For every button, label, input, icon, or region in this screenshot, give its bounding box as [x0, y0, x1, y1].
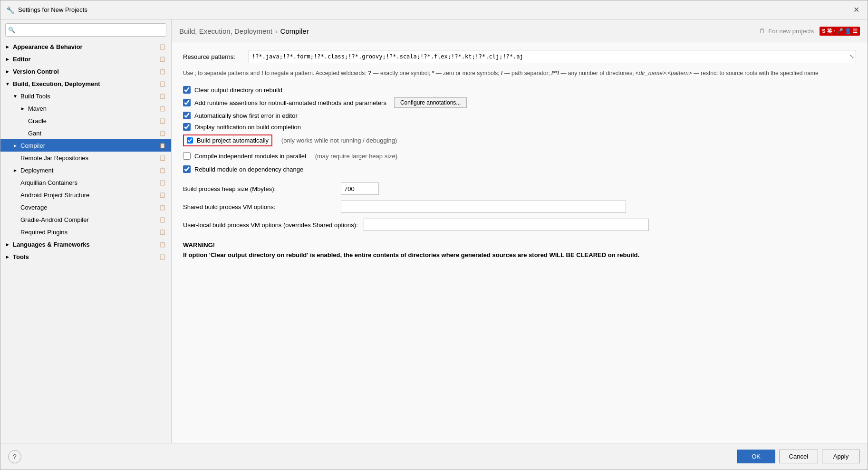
sidebar-item-compiler[interactable]: ► Compiler 📋 [0, 139, 171, 152]
sidebar: 🔍 ► Appearance & Behavior 📋 ► Editor 📋 ►… [0, 19, 172, 443]
checkbox-label-display-notification[interactable]: Display notification on build completion [194, 124, 301, 131]
checkbox-add-runtime[interactable] [183, 99, 191, 106]
copy-icon: 📋 [159, 179, 166, 186]
sidebar-item-build-exec-deploy[interactable]: ▼ Build, Execution, Deployment 📋 [0, 77, 171, 90]
checkbox-row-compile-parallel: Compile independent modules in parallel [183, 150, 306, 162]
hint-text: Use ; to separate patterns and ! to nega… [183, 69, 856, 77]
checkbox-row-clear-output: Clear output directory on rebuild [183, 84, 856, 96]
breadcrumb: Build, Execution, Deployment › Compiler [179, 27, 309, 35]
for-new-projects-label: For new projects [768, 28, 814, 35]
checkbox-label-clear-output[interactable]: Clear output directory on rebuild [194, 86, 282, 94]
copy-icon: 📋 [159, 166, 166, 174]
warning-title: WARNING! [183, 241, 856, 249]
checkbox-display-notification[interactable] [183, 123, 191, 131]
shared-vm-label: Shared build process VM options: [183, 203, 335, 211]
sidebar-item-gradle-android[interactable]: Gradle-Android Compiler 📋 [0, 213, 171, 226]
breadcrumb-parent: Build, Execution, Deployment [179, 27, 272, 35]
heap-size-input[interactable] [341, 182, 379, 195]
checkbox-auto-show-error[interactable] [183, 112, 191, 119]
sidebar-item-label: Maven [28, 105, 159, 112]
sidebar-item-label: Remote Jar Repositories [20, 154, 159, 162]
app-icon: 🔧 [6, 6, 14, 14]
copy-icon: 📋 [159, 117, 166, 125]
build-auto-note: (only works while not running / debuggin… [276, 137, 397, 144]
doc-icon: 🗒 [759, 28, 765, 35]
heap-size-label: Build process heap size (Mbytes): [183, 185, 335, 192]
checkbox-label-compile-parallel[interactable]: Compile independent modules in parallel [194, 153, 306, 160]
sidebar-item-deployment[interactable]: ► Deployment 📋 [0, 164, 171, 176]
sidebar-item-gradle[interactable]: Gradle 📋 [0, 115, 171, 127]
cancel-button[interactable]: Cancel [779, 450, 818, 463]
sidebar-item-coverage[interactable]: Coverage 📋 [0, 201, 171, 213]
breadcrumb-current: Compiler [280, 27, 309, 35]
sidebar-item-tools[interactable]: ► Tools 📋 [0, 250, 171, 263]
checkbox-clear-output[interactable] [183, 86, 191, 94]
help-button[interactable]: ? [8, 450, 21, 463]
apply-button[interactable]: Apply [822, 450, 860, 463]
copy-icon: 📋 [159, 154, 166, 162]
sidebar-item-editor[interactable]: ► Editor 📋 [0, 53, 171, 65]
copy-icon: 📋 [159, 80, 166, 87]
content-area: Build, Execution, Deployment › Compiler … [172, 19, 868, 443]
sidebar-item-label: Languages & Frameworks [13, 241, 159, 248]
sidebar-item-gant[interactable]: Gant 📋 [0, 127, 171, 139]
sidebar-item-android-project[interactable]: Android Project Structure 📋 [0, 189, 171, 201]
title-bar: 🔧 Settings for New Projects ✕ [0, 0, 868, 19]
sidebar-item-label: Version Control [13, 68, 159, 75]
sidebar-item-languages[interactable]: ► Languages & Frameworks 📋 [0, 238, 171, 250]
arrow-icon: ► [5, 44, 13, 49]
shared-vm-input[interactable] [341, 201, 626, 213]
header-right: 🗒 For new projects S 英 · 🎤 👤 ☰ [759, 27, 860, 36]
arrow-icon: ► [20, 106, 28, 111]
content-header: Build, Execution, Deployment › Compiler … [172, 19, 868, 42]
field-row-shared-vm: Shared build process VM options: [183, 198, 856, 216]
sidebar-item-version-control[interactable]: ► Version Control 📋 [0, 65, 171, 77]
field-row-heap-size: Build process heap size (Mbytes): [183, 180, 856, 198]
sidebar-item-remote-jar[interactable]: Remote Jar Repositories 📋 [0, 152, 171, 164]
arrow-icon: ► [5, 69, 13, 74]
copy-icon: 📋 [159, 216, 166, 223]
copy-icon: 📋 [159, 203, 166, 211]
expand-icon[interactable]: ⤡ [849, 53, 854, 60]
close-button[interactable]: ✕ [850, 4, 862, 16]
sidebar-item-arquillian[interactable]: Arquillian Containers 📋 [0, 176, 171, 189]
copy-icon: 📋 [159, 67, 166, 75]
sidebar-item-label: Build Tools [20, 93, 159, 100]
sidebar-item-appearance[interactable]: ► Appearance & Behavior 📋 [0, 40, 171, 53]
sidebar-item-build-tools[interactable]: ▼ Build Tools 📋 [0, 90, 171, 102]
sidebar-item-required-plugins[interactable]: Required Plugins 📋 [0, 226, 171, 238]
copy-icon: 📋 [159, 253, 166, 260]
build-auto-row: Build project automatically (only works … [183, 133, 856, 148]
copy-icon: 📋 [159, 142, 166, 149]
user-vm-input[interactable] [364, 219, 649, 231]
sidebar-item-label: Required Plugins [20, 229, 159, 236]
compile-parallel-row: Compile independent modules in parallel … [183, 148, 856, 163]
checkbox-rebuild-dependency[interactable] [183, 165, 191, 173]
checkbox-label-build-auto[interactable]: Build project automatically [197, 137, 269, 144]
checkbox-row-display-notification: Display notification on build completion [183, 121, 856, 133]
resource-patterns-input[interactable] [249, 50, 856, 63]
search-box: 🔍 [5, 23, 166, 37]
sidebar-item-label: Appearance & Behavior [13, 43, 159, 50]
checkbox-build-auto[interactable] [187, 137, 193, 144]
checkbox-compile-parallel[interactable] [183, 152, 191, 160]
search-input[interactable] [5, 23, 166, 37]
sidebar-item-label: Gant [28, 130, 159, 137]
sidebar-item-maven[interactable]: ► Maven 📋 [0, 102, 171, 115]
field-row-user-vm: User-local build process VM options (ove… [183, 216, 856, 234]
sidebar-item-label: Editor [13, 56, 159, 63]
checkbox-label-add-runtime[interactable]: Add runtime assertions for notnull-annot… [194, 99, 386, 106]
checkbox-label-auto-show-error[interactable]: Automatically show first error in editor [194, 112, 298, 119]
bottom-bar-right: OK Cancel Apply [737, 450, 860, 463]
configure-annotations-button[interactable]: Configure annotations... [394, 97, 467, 108]
sohu-icon: S 英 · 🎤 👤 ☰ [820, 27, 860, 36]
sidebar-item-label: Android Project Structure [20, 192, 159, 199]
checkbox-label-rebuild-dependency[interactable]: Rebuild module on dependency change [194, 166, 303, 173]
ok-button[interactable]: OK [737, 450, 775, 463]
copy-icon: 📋 [159, 43, 166, 50]
sidebar-item-label: Gradle-Android Compiler [20, 216, 159, 223]
arrow-icon: ► [5, 242, 13, 247]
sidebar-item-label: Tools [13, 253, 159, 260]
checkbox-row-auto-show-error: Automatically show first error in editor [183, 110, 856, 121]
build-auto-highlight-box: Build project automatically [183, 134, 272, 146]
